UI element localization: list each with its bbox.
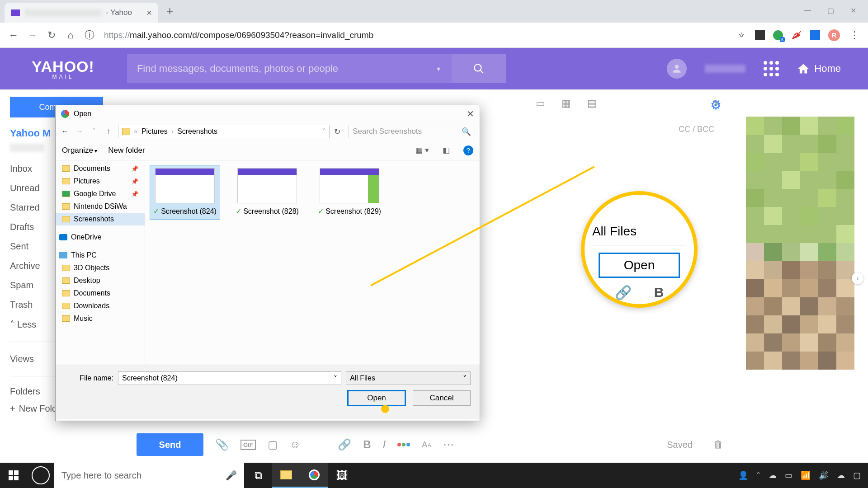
ext-icon-2[interactable]: s	[773, 30, 783, 40]
refresh-icon[interactable]: ↻	[334, 127, 344, 136]
ext-icon-4[interactable]	[810, 30, 820, 40]
nav-back-icon[interactable]: ←	[60, 127, 70, 136]
view-mode-icon[interactable]: ▦ ▾	[415, 145, 429, 155]
menu-icon[interactable]: ⋮	[848, 29, 861, 42]
search-dropdown-icon[interactable]: ▾	[425, 54, 452, 83]
task-view-icon[interactable]: ⧉	[244, 463, 272, 488]
close-window-icon[interactable]: ✕	[850, 6, 856, 15]
breadcrumb-1[interactable]: Screenshots	[177, 127, 217, 136]
file-item-2[interactable]: ✓Screenshot (829)	[314, 165, 385, 220]
people-icon[interactable]: 👤	[738, 470, 748, 480]
dialog-search[interactable]: Search Screenshots 🔍	[349, 125, 475, 138]
search-button[interactable]	[452, 54, 506, 83]
file-item-0[interactable]: ✓Screenshot (824)	[150, 165, 220, 220]
mic-icon[interactable]: 🎤	[226, 470, 237, 481]
open-button[interactable]: Open	[348, 390, 406, 406]
tree-nintendo[interactable]: Nintendo DSiWa	[56, 200, 145, 213]
minimize-icon[interactable]: —	[804, 6, 811, 15]
search-input[interactable]	[127, 54, 425, 83]
file-explorer-icon[interactable]	[272, 463, 300, 488]
contact-card-icon[interactable]: ▭	[536, 98, 545, 109]
start-button[interactable]	[0, 463, 27, 488]
tree-google-drive[interactable]: Google Drive📌	[56, 188, 145, 200]
send-button[interactable]: Send	[137, 433, 203, 456]
right-panel-next-icon[interactable]: ›	[852, 272, 863, 284]
profile-avatar[interactable]: R	[828, 29, 840, 41]
help-icon[interactable]: ?	[463, 145, 473, 155]
cancel-button[interactable]: Cancel	[413, 390, 471, 406]
tree-downloads[interactable]: Downloads	[56, 300, 145, 312]
dropdown-icon[interactable]: ˅	[334, 374, 337, 383]
tab-close-icon[interactable]: ×	[146, 8, 152, 18]
emoji-icon[interactable]: ☺	[290, 438, 301, 451]
tree-3d-objects[interactable]: 3D Objects	[56, 262, 145, 274]
user-avatar[interactable]	[667, 59, 687, 79]
browser-tab[interactable]: - Yahoo ×	[5, 3, 158, 23]
notifications-icon[interactable]: ▢	[853, 470, 861, 480]
settings-gear-icon[interactable]: ⚙	[710, 98, 722, 113]
folder-tree[interactable]: Documents📌 Pictures📌 Google Drive📌 Ninte…	[56, 160, 145, 365]
reload-icon[interactable]: ↻	[45, 29, 58, 42]
dialog-title-bar[interactable]: Open ✕	[56, 105, 480, 122]
text-color-icon[interactable]	[397, 443, 410, 446]
home-icon[interactable]: ⌂	[64, 29, 77, 42]
notes-icon[interactable]: ▤	[587, 98, 597, 109]
wifi-icon[interactable]: 📶	[801, 470, 811, 480]
file-item-1[interactable]: ✓Screenshot (828)	[232, 165, 302, 220]
bold-icon[interactable]: B	[363, 438, 371, 451]
folder-icon	[122, 128, 130, 135]
taskbar-search[interactable]: Type here to search 🎤	[54, 463, 244, 488]
new-tab-button[interactable]: +	[166, 4, 173, 18]
yahoo-logo[interactable]: YAHOO! MAIL	[32, 58, 94, 80]
forward-icon[interactable]: →	[26, 29, 39, 42]
tree-music[interactable]: Music	[56, 312, 145, 325]
tree-desktop[interactable]: Desktop	[56, 274, 145, 287]
stationery-icon[interactable]: ▢	[268, 438, 278, 451]
back-icon[interactable]: ←	[7, 29, 20, 42]
tree-this-pc[interactable]: This PC	[56, 249, 145, 262]
tree-onedrive[interactable]: OneDrive	[56, 231, 145, 244]
star-icon[interactable]: ☆	[736, 30, 747, 41]
weather-icon[interactable]: ☁	[837, 470, 845, 480]
nav-forward-icon[interactable]: →	[75, 127, 85, 136]
dialog-close-icon[interactable]: ✕	[467, 108, 474, 119]
maximize-icon[interactable]: ▢	[827, 6, 834, 15]
trash-icon[interactable]: 🗑	[713, 439, 723, 450]
tree-documents-2[interactable]: Documents	[56, 287, 145, 300]
breadcrumb[interactable]: « Pictures › Screenshots ˅	[118, 125, 330, 138]
nav-up-icon[interactable]: ↑	[104, 127, 113, 136]
cc-bcc-link[interactable]: CC / BCC	[679, 125, 714, 134]
home-link[interactable]: Home	[797, 62, 841, 75]
photos-icon[interactable]: 🖼	[328, 463, 356, 488]
breadcrumb-dropdown-icon[interactable]: ˅	[322, 127, 326, 136]
file-filter-select[interactable]: All Files˅	[346, 371, 471, 385]
more-icon[interactable]: ⋯	[443, 438, 454, 451]
attach-icon[interactable]: 📎	[215, 438, 229, 451]
ext-icon-3[interactable]: 🌶	[791, 30, 802, 41]
tree-pictures[interactable]: Pictures📌	[56, 175, 145, 188]
calendar-icon[interactable]: ▦	[561, 98, 571, 109]
sidebar-folders[interactable]: Folders	[10, 386, 40, 397]
ext-icon-1[interactable]	[755, 30, 765, 40]
gif-icon[interactable]: GIF	[241, 440, 256, 450]
cortana-icon[interactable]	[32, 466, 50, 484]
site-info-icon[interactable]: ⓘ	[83, 29, 96, 42]
organize-menu[interactable]: Organize	[62, 146, 97, 155]
volume-icon[interactable]: 🔊	[819, 470, 829, 480]
nav-recent-icon[interactable]: ˅	[89, 127, 99, 136]
file-name-input[interactable]: Screenshot (824)˅	[118, 371, 341, 385]
chrome-icon[interactable]	[300, 463, 328, 488]
tree-screenshots[interactable]: Screenshots	[56, 213, 145, 225]
new-folder-button[interactable]: New folder	[108, 146, 145, 155]
tree-documents[interactable]: Documents📌	[56, 162, 145, 175]
battery-icon[interactable]: ▭	[785, 470, 793, 480]
url-field[interactable]: https://mail.yahoo.com/d/compose/0696093…	[102, 30, 730, 40]
onedrive-tray-icon[interactable]: ☁	[769, 470, 777, 480]
link-icon[interactable]: 🔗	[338, 438, 351, 451]
apps-icon[interactable]	[764, 61, 779, 76]
italic-icon[interactable]: I	[383, 438, 386, 451]
breadcrumb-0[interactable]: Pictures	[142, 127, 168, 136]
font-size-icon[interactable]: AA	[422, 440, 431, 450]
preview-pane-icon[interactable]: ◧	[443, 145, 450, 155]
tray-chevron-icon[interactable]: ˄	[756, 470, 760, 480]
